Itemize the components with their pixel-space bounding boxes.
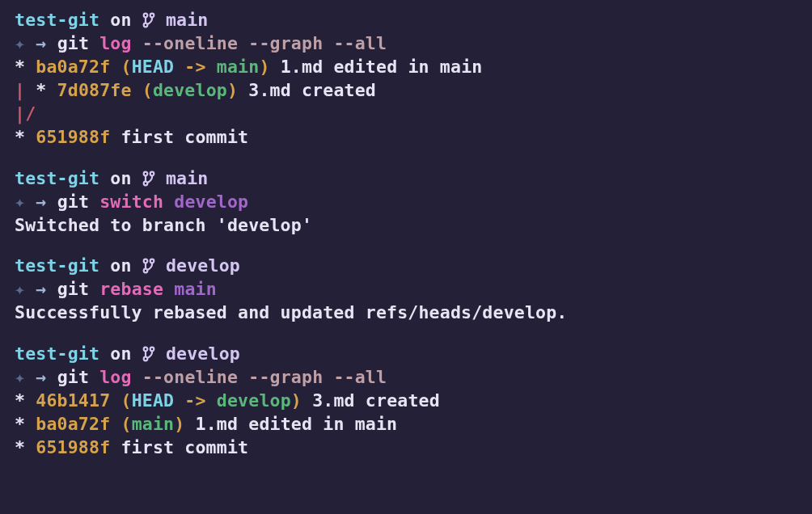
commit-message: 3.md created <box>248 80 376 100</box>
ref-branch: develop <box>153 80 227 100</box>
graph-star: * <box>15 57 36 77</box>
flag: --all <box>333 367 387 387</box>
log-line: * 651988f first commit <box>15 437 248 457</box>
branch-name: develop <box>166 255 240 276</box>
command: git <box>57 192 89 212</box>
prompt-diamond: ✦ <box>15 192 25 212</box>
commit-message: first commit <box>121 437 248 457</box>
commit-hash: 46b1417 <box>36 390 110 411</box>
ref-open: ( <box>121 57 131 77</box>
flag: --oneline <box>142 367 238 387</box>
graph-pipe: | <box>15 80 36 100</box>
branch-icon <box>142 168 155 188</box>
flag: --graph <box>248 367 323 387</box>
ref-close: ) <box>174 414 184 434</box>
prompt-line: test-git on main <box>15 10 209 30</box>
ref-open: ( <box>142 80 153 100</box>
flag: --all <box>333 33 387 53</box>
commit-message: 1.md edited in main <box>196 414 398 434</box>
on-word: on <box>110 255 131 276</box>
graph-star: * <box>15 414 36 434</box>
prompt-arrow-icon: → <box>36 192 46 212</box>
blank-line <box>15 149 797 166</box>
ref-head: HEAD <box>132 57 175 77</box>
commit-message: 3.md created <box>312 390 440 411</box>
graph-star: * <box>36 80 57 100</box>
prompt-arrow-icon: → <box>36 367 46 387</box>
svg-point-4 <box>150 171 154 175</box>
log-line: * ba0a72f (main) 1.md edited in main <box>15 414 397 434</box>
prompt-diamond: ✦ <box>15 279 25 299</box>
subcommand: log <box>99 367 131 387</box>
prompt-arrow-icon: → <box>36 279 46 299</box>
svg-point-6 <box>143 259 147 263</box>
svg-point-8 <box>143 269 147 273</box>
branch-icon <box>142 255 155 276</box>
graph-star: * <box>15 390 36 411</box>
command: git <box>57 279 89 299</box>
ref-open: ( <box>121 414 131 434</box>
commit-hash: ba0a72f <box>36 57 110 77</box>
flag: --graph <box>248 33 323 53</box>
cwd: test-git <box>15 255 99 276</box>
graph-star: * <box>15 437 36 457</box>
argument: main <box>174 279 217 299</box>
branch-name: main <box>166 10 209 30</box>
subcommand: log <box>99 33 131 53</box>
output-text: Successfully rebased and updated refs/he… <box>15 302 568 322</box>
command-line: ✦ → git log --oneline --graph --all <box>15 33 387 53</box>
cwd: test-git <box>15 343 99 364</box>
svg-point-0 <box>143 14 147 18</box>
flag: --oneline <box>142 33 238 53</box>
blank-line <box>15 324 797 342</box>
svg-point-3 <box>143 171 147 175</box>
branch-name: main <box>166 168 209 188</box>
on-word: on <box>110 10 131 30</box>
output-line: Successfully rebased and updated refs/he… <box>15 302 568 322</box>
argument: develop <box>174 192 248 212</box>
prompt-line: test-git on develop <box>15 255 240 276</box>
branch-icon <box>142 343 155 364</box>
ref-arrow: -> <box>184 390 205 411</box>
ref-close: ) <box>291 390 302 411</box>
ref-head: HEAD <box>132 390 175 411</box>
graph-merge: |/ <box>15 103 36 124</box>
branch-icon <box>142 10 155 30</box>
command-line: ✦ → git switch develop <box>15 192 248 212</box>
terminal-output[interactable]: test-git on main ✦ → git log --oneline -… <box>0 0 812 467</box>
ref-arrow: -> <box>184 57 205 77</box>
subcommand: switch <box>99 192 163 212</box>
svg-point-5 <box>143 181 147 185</box>
svg-point-1 <box>150 14 154 18</box>
graph-star: * <box>15 127 36 147</box>
subcommand: rebase <box>99 279 163 299</box>
cwd: test-git <box>15 10 99 30</box>
svg-point-9 <box>143 347 147 351</box>
commit-hash: 651988f <box>36 437 110 457</box>
ref-branch: develop <box>217 390 291 411</box>
svg-point-7 <box>150 259 154 263</box>
ref-open: ( <box>121 390 131 411</box>
output-line: Switched to branch 'develop' <box>15 215 312 235</box>
commit-hash: ba0a72f <box>36 414 110 434</box>
ref-branch: main <box>217 57 260 77</box>
prompt-diamond: ✦ <box>15 367 25 387</box>
command-line: ✦ → git rebase main <box>15 279 217 299</box>
log-line: * ba0a72f (HEAD -> main) 1.md edited in … <box>15 57 482 77</box>
output-text: Switched to branch 'develop' <box>15 215 312 235</box>
log-line: * 651988f first commit <box>15 127 248 147</box>
commit-hash: 651988f <box>36 127 110 147</box>
prompt-line: test-git on develop <box>15 343 240 364</box>
commit-hash: 7d087fe <box>57 80 132 100</box>
command-line: ✦ → git log --oneline --graph --all <box>15 367 387 387</box>
commit-message: first commit <box>121 127 248 147</box>
log-line: |/ <box>15 103 36 124</box>
svg-point-10 <box>150 347 154 351</box>
blank-line <box>15 237 797 255</box>
svg-point-2 <box>143 23 147 27</box>
svg-point-11 <box>143 356 147 360</box>
ref-close: ) <box>259 57 269 77</box>
cwd: test-git <box>15 168 99 188</box>
prompt-diamond: ✦ <box>15 33 25 53</box>
ref-close: ) <box>227 80 238 100</box>
